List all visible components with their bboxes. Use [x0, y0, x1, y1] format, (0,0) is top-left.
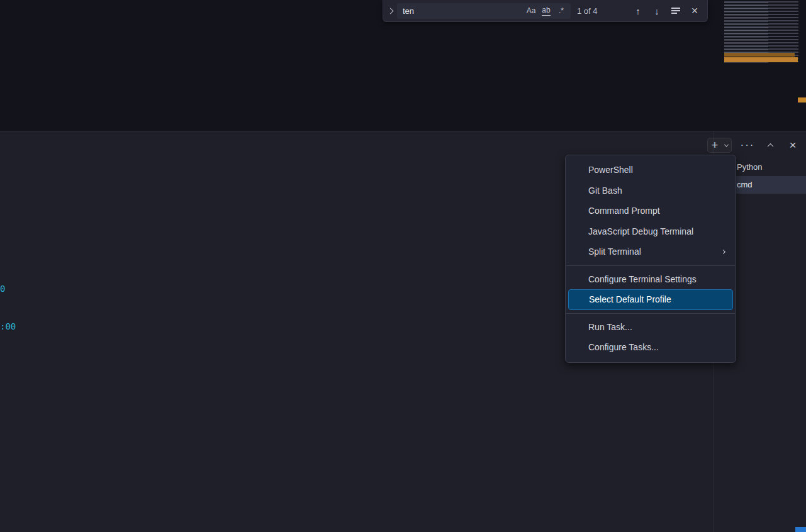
find-in-selection-button[interactable]: [668, 3, 683, 18]
terminal-panel-toolbar: + ··· ×: [707, 137, 800, 153]
arrow-down-icon: ↓: [654, 6, 659, 16]
match-case-icon: Aa: [527, 6, 536, 15]
menu-item-command-prompt[interactable]: Command Prompt: [566, 201, 736, 221]
chevron-up-icon: [767, 143, 773, 149]
next-match-button[interactable]: ↓: [649, 3, 664, 18]
menu-item-label: Configure Tasks...: [588, 342, 659, 352]
plus-icon: +: [712, 139, 719, 152]
menu-separator: [566, 313, 735, 314]
editor-area: Aa ab .* 1 of 4 ↑ ↓ ×: [0, 0, 806, 131]
chevron-down-icon: [724, 142, 729, 147]
toggle-replace-button[interactable]: [383, 0, 397, 21]
regex-icon: .*: [559, 6, 564, 15]
find-widget: Aa ab .* 1 of 4 ↑ ↓ ×: [383, 0, 708, 22]
menu-item-label: Command Prompt: [588, 206, 660, 216]
new-terminal-button[interactable]: +: [708, 138, 722, 152]
menu-item-git-bash[interactable]: Git Bash: [566, 180, 736, 201]
find-actions: ↑ ↓ ×: [630, 3, 703, 18]
submenu-chevron-icon: [722, 250, 726, 253]
menu-item-select-default-profile[interactable]: Select Default Profile: [568, 289, 733, 310]
terminal-output-text: 0: [0, 284, 5, 294]
regex-toggle[interactable]: .*: [554, 4, 568, 17]
menu-item-label: PowerShell: [588, 165, 633, 175]
menu-item-run-task[interactable]: Run Task...: [566, 317, 736, 338]
whole-word-toggle[interactable]: ab: [539, 4, 553, 17]
menu-item-label: Configure Terminal Settings: [588, 274, 697, 284]
new-terminal-split-button: +: [707, 138, 732, 153]
menu-item-label: Split Terminal: [588, 247, 641, 257]
chevron-right-icon: [387, 8, 393, 14]
find-input[interactable]: [403, 6, 523, 16]
find-results-count: 1 of 4: [577, 6, 598, 16]
menu-item-configure-tasks[interactable]: Configure Tasks...: [566, 337, 736, 358]
minimap-search-highlight: [724, 53, 795, 57]
menu-item-label: Git Bash: [588, 186, 622, 196]
overview-ruler-match-marker: [798, 97, 806, 103]
find-input-box: Aa ab .*: [397, 3, 571, 19]
close-icon: ×: [789, 138, 796, 152]
previous-match-button[interactable]: ↑: [630, 3, 646, 18]
more-actions-button[interactable]: ···: [741, 138, 754, 153]
menu-item-split-terminal[interactable]: Split Terminal: [566, 241, 736, 262]
ellipsis-icon: ···: [741, 142, 755, 148]
terminal-profile-context-menu: PowerShell Git Bash Command Prompt JavaS…: [565, 155, 736, 363]
menu-item-label: Select Default Profile: [589, 294, 671, 304]
menu-item-label: JavaScript Debug Terminal: [588, 226, 693, 236]
panel-scrollbar-thumb[interactable]: [795, 527, 806, 532]
menu-item-configure-terminal-settings[interactable]: Configure Terminal Settings: [566, 269, 736, 290]
menu-item-javascript-debug-terminal[interactable]: JavaScript Debug Terminal: [566, 221, 736, 242]
menu-item-powershell[interactable]: PowerShell: [566, 160, 736, 180]
whole-word-icon: ab: [542, 6, 550, 16]
menu-separator: [566, 265, 735, 266]
close-icon: ×: [691, 4, 698, 18]
match-case-toggle[interactable]: Aa: [524, 4, 538, 17]
close-panel-button[interactable]: ×: [786, 138, 800, 153]
menu-item-label: Run Task...: [588, 322, 632, 332]
terminal-profile-dropdown-button[interactable]: [722, 144, 731, 147]
maximize-panel-button[interactable]: [763, 138, 777, 153]
minimap[interactable]: [724, 0, 800, 67]
close-find-button[interactable]: ×: [687, 3, 702, 18]
terminal-output-text: :00: [0, 321, 16, 331]
minimap-search-highlight: [724, 57, 798, 62]
arrow-up-icon: ↑: [635, 6, 641, 16]
find-in-selection-icon: [671, 8, 680, 14]
